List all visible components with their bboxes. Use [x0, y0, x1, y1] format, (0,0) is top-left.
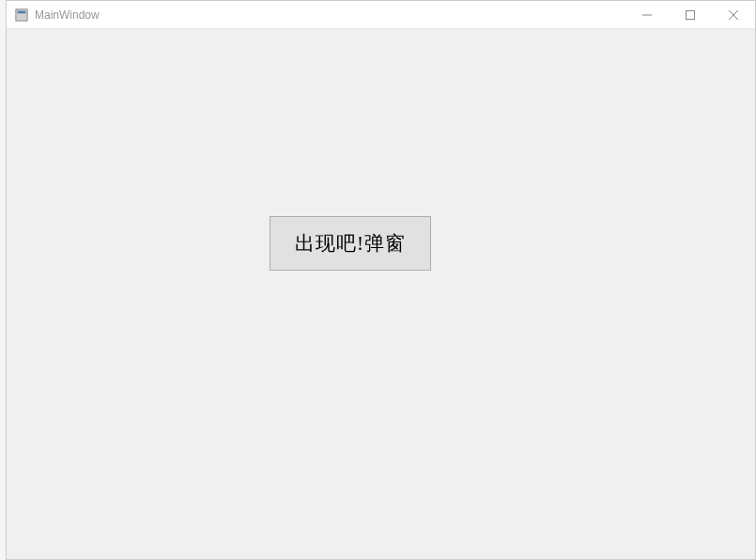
popup-button[interactable]: 出现吧!弹窗 — [270, 216, 431, 271]
minimize-button[interactable] — [625, 1, 669, 28]
app-icon — [14, 8, 29, 23]
titlebar: MainWindow — [7, 1, 755, 29]
close-button[interactable] — [712, 1, 755, 28]
maximize-button[interactable] — [669, 1, 712, 28]
main-window: MainWindow 出现吧!弹窗 — [6, 0, 756, 560]
client-area: 出现吧!弹窗 — [7, 29, 755, 559]
svg-rect-3 — [687, 10, 695, 19]
window-controls — [625, 1, 755, 28]
window-title: MainWindow — [35, 8, 625, 22]
svg-rect-1 — [18, 10, 26, 13]
